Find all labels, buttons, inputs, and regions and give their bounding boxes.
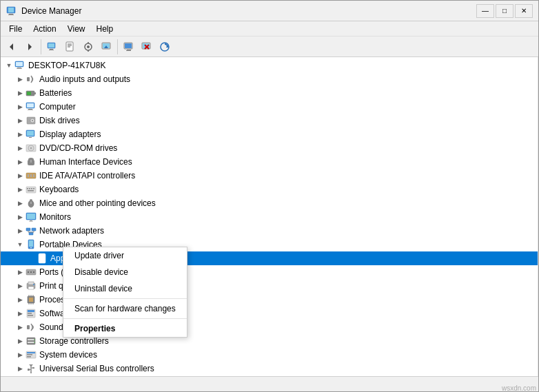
system-label: System devices bbox=[39, 350, 97, 360]
toolbar-back[interactable] bbox=[3, 39, 20, 55]
storage-label: Storage controllers bbox=[39, 336, 109, 346]
expand-batteries[interactable]: ▶ bbox=[14, 87, 26, 99]
menu-help[interactable]: Help bbox=[91, 23, 119, 35]
expand-dvd[interactable]: ▶ bbox=[14, 143, 26, 154]
toolbar-remove-device[interactable] bbox=[139, 39, 155, 55]
tree-item-mice[interactable]: ▶ Mice and other pointing devices bbox=[1, 196, 538, 210]
context-menu-scan[interactable]: Scan for hardware changes bbox=[63, 300, 187, 317]
mouse-icon bbox=[26, 198, 37, 209]
tree-item-batteries[interactable]: ▶ Batteries bbox=[1, 86, 538, 100]
menu-action[interactable]: Action bbox=[28, 23, 61, 35]
menu-file[interactable]: File bbox=[3, 23, 28, 35]
tree-item-ide[interactable]: ▶ IDE ATA/ATAPI controllers bbox=[1, 169, 538, 183]
toolbar-monitor[interactable] bbox=[121, 39, 137, 55]
audio-label: Audio inputs and outputs bbox=[39, 74, 130, 84]
monitor-icon bbox=[26, 212, 37, 223]
expand-monitors[interactable]: ▶ bbox=[14, 212, 26, 223]
expand-print[interactable]: ▶ bbox=[14, 280, 26, 291]
tree-item-display[interactable]: ▶ Display adapters bbox=[1, 127, 538, 141]
expand-system[interactable]: ▶ bbox=[14, 349, 26, 360]
tree-item-root[interactable]: ▼ DESKTOP-41K7U8K bbox=[1, 59, 538, 72]
computer-icon2 bbox=[26, 101, 37, 112]
tree-item-dvd[interactable]: ▶ DVD/CD-ROM drives bbox=[1, 141, 538, 155]
ide-icon bbox=[26, 170, 37, 181]
expand-audio[interactable]: ▶ bbox=[14, 74, 26, 85]
audio-icon bbox=[26, 74, 37, 85]
expand-portable[interactable]: ▼ bbox=[14, 239, 26, 250]
expand-display[interactable]: ▶ bbox=[14, 129, 26, 140]
context-menu: Update driver Disable device Uninstall d… bbox=[63, 247, 187, 338]
maximize-button[interactable]: □ bbox=[496, 4, 513, 18]
svg-rect-94 bbox=[29, 298, 33, 302]
software-icon bbox=[26, 308, 37, 319]
svg-rect-60 bbox=[27, 188, 28, 189]
tree-item-audio[interactable]: ▶ Audio inputs and outputs bbox=[1, 72, 538, 86]
storage-icon bbox=[26, 336, 37, 347]
ipad-icon bbox=[37, 253, 48, 264]
close-button[interactable]: ✕ bbox=[515, 4, 533, 18]
portable-icon bbox=[26, 239, 37, 250]
context-menu-update[interactable]: Update driver bbox=[63, 247, 187, 264]
expand-root[interactable]: ▼ bbox=[3, 60, 14, 71]
system-icon bbox=[26, 349, 37, 360]
context-menu-properties[interactable]: Properties bbox=[63, 320, 187, 337]
svg-rect-70 bbox=[30, 220, 32, 221]
device-manager-window: Device Manager — □ ✕ File Action View He… bbox=[0, 0, 539, 392]
tree-item-usb[interactable]: ▶ Universal Serial Bus controllers bbox=[1, 362, 538, 375]
expand-sound[interactable]: ▶ bbox=[14, 322, 26, 333]
svg-rect-59 bbox=[26, 187, 36, 193]
sound-icon bbox=[26, 322, 37, 333]
expand-software[interactable]: ▶ bbox=[14, 308, 26, 319]
svg-marker-5 bbox=[28, 43, 32, 50]
toolbar-device-manager[interactable] bbox=[44, 39, 61, 55]
expand-computer[interactable]: ▶ bbox=[14, 101, 26, 112]
toolbar-properties[interactable] bbox=[62, 39, 79, 55]
display-label: Display adapters bbox=[39, 130, 101, 139]
expand-ports[interactable]: ▶ bbox=[14, 267, 26, 278]
svg-rect-72 bbox=[26, 228, 30, 231]
svg-rect-74 bbox=[29, 232, 33, 235]
expand-network[interactable]: ▶ bbox=[14, 225, 26, 236]
svg-rect-35 bbox=[27, 77, 30, 81]
toolbar-update-driver[interactable] bbox=[98, 39, 114, 55]
expand-proc[interactable]: ▶ bbox=[14, 294, 26, 305]
disk-label: Disk drives bbox=[39, 116, 80, 125]
expand-usb[interactable]: ▶ bbox=[14, 363, 26, 374]
minimize-button[interactable]: — bbox=[476, 4, 494, 18]
tree-item-hid[interactable]: ▶ Human Interface Devices bbox=[1, 155, 538, 169]
menu-view[interactable]: View bbox=[62, 23, 91, 35]
toolbar-scan[interactable] bbox=[156, 39, 173, 55]
expand-keyboards[interactable]: ▶ bbox=[14, 184, 26, 195]
dvd-label: DVD/CD-ROM drives bbox=[39, 143, 117, 153]
toolbar-scan-hardware[interactable] bbox=[80, 39, 96, 55]
expand-apple-ipad[interactable] bbox=[26, 253, 37, 264]
svg-rect-83 bbox=[39, 254, 45, 261]
expand-disk[interactable]: ▶ bbox=[14, 115, 26, 126]
svg-point-122 bbox=[30, 372, 32, 373]
expand-ide[interactable]: ▶ bbox=[14, 170, 26, 181]
tree-item-disk[interactable]: ▶ Disk drives bbox=[1, 114, 538, 127]
svg-rect-73 bbox=[32, 228, 36, 231]
svg-rect-34 bbox=[17, 68, 22, 69]
tree-item-monitors[interactable]: ▶ Monitors bbox=[1, 210, 538, 224]
context-menu-uninstall[interactable]: Uninstall device bbox=[63, 280, 187, 297]
tree-item-computer[interactable]: ▶ Computer bbox=[1, 100, 538, 114]
usb-icon bbox=[26, 363, 37, 374]
svg-rect-32 bbox=[16, 62, 23, 66]
svg-point-87 bbox=[30, 271, 32, 273]
toolbar bbox=[1, 37, 538, 57]
batteries-label: Batteries bbox=[39, 88, 72, 98]
toolbar-forward[interactable] bbox=[21, 39, 38, 55]
expand-storage[interactable]: ▶ bbox=[14, 336, 26, 347]
context-menu-disable[interactable]: Disable device bbox=[63, 264, 187, 280]
expand-mice[interactable]: ▶ bbox=[14, 198, 26, 209]
svg-rect-56 bbox=[28, 174, 29, 177]
tree-item-network[interactable]: ▶ Network adapters bbox=[1, 224, 538, 238]
tree-item-keyboards[interactable]: ▶ Keyboards bbox=[1, 183, 538, 196]
svg-rect-103 bbox=[28, 313, 32, 314]
svg-rect-42 bbox=[28, 110, 33, 110]
battery-icon bbox=[26, 87, 37, 99]
expand-hid[interactable]: ▶ bbox=[14, 156, 26, 167]
context-menu-sep-1 bbox=[63, 298, 187, 299]
tree-item-system[interactable]: ▶ System devices bbox=[1, 348, 538, 362]
